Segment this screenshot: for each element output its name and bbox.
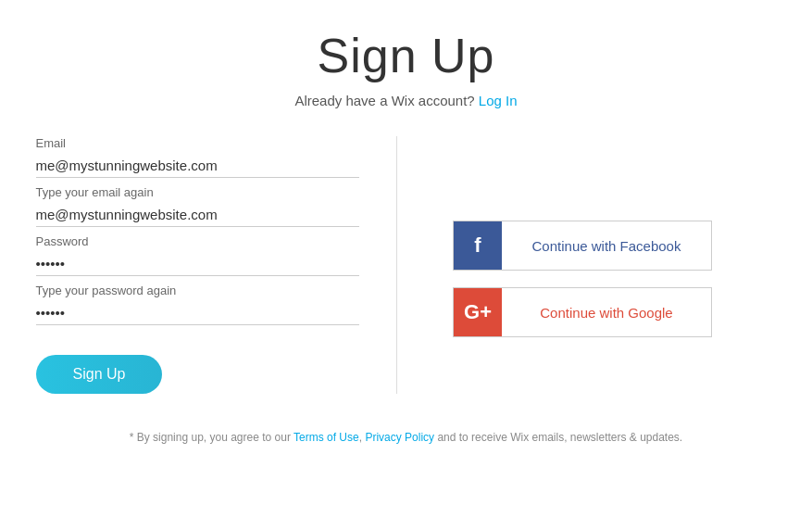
footer-suffix: and to receive Wix emails, newsletters &… bbox=[437, 431, 682, 444]
facebook-login-button[interactable]: f Continue with Facebook bbox=[453, 221, 712, 271]
privacy-link[interactable]: Privacy Policy bbox=[365, 431, 434, 444]
email-input[interactable] bbox=[36, 154, 360, 178]
subtitle-text: Already have a Wix account? bbox=[294, 93, 474, 108]
login-link[interactable]: Log In bbox=[479, 93, 518, 108]
google-button-label: Continue with Google bbox=[502, 305, 711, 321]
password-label: Password bbox=[36, 234, 360, 248]
facebook-button-label: Continue with Facebook bbox=[502, 238, 711, 254]
email-label: Email bbox=[36, 136, 360, 150]
right-panel: f Continue with Facebook G+ Continue wit… bbox=[397, 136, 777, 394]
email-confirm-input[interactable] bbox=[36, 203, 360, 227]
facebook-icon: f bbox=[454, 221, 502, 270]
password-confirm-input[interactable] bbox=[36, 301, 360, 325]
google-login-button[interactable]: G+ Continue with Google bbox=[453, 287, 712, 337]
footer: * By signing up, you agree to our Terms … bbox=[130, 431, 682, 462]
email-confirm-label: Type your email again bbox=[36, 185, 360, 199]
subtitle: Already have a Wix account? Log In bbox=[294, 93, 517, 108]
footer-text: * By signing up, you agree to our bbox=[130, 431, 291, 444]
password-confirm-label: Type your password again bbox=[36, 284, 360, 297]
google-icon: G+ bbox=[454, 288, 502, 336]
email-confirm-group: Type your email again bbox=[36, 185, 360, 227]
terms-link[interactable]: Terms of Use bbox=[294, 431, 359, 444]
password-group: Password bbox=[36, 234, 360, 276]
left-panel: Email Type your email again Password Typ… bbox=[36, 136, 398, 394]
page-title: Sign Up bbox=[318, 28, 495, 83]
email-group: Email bbox=[36, 136, 360, 178]
signup-button[interactable]: Sign Up bbox=[36, 355, 163, 394]
password-input[interactable] bbox=[36, 252, 360, 276]
main-content: Email Type your email again Password Typ… bbox=[18, 136, 795, 394]
password-confirm-group: Type your password again bbox=[36, 284, 360, 325]
